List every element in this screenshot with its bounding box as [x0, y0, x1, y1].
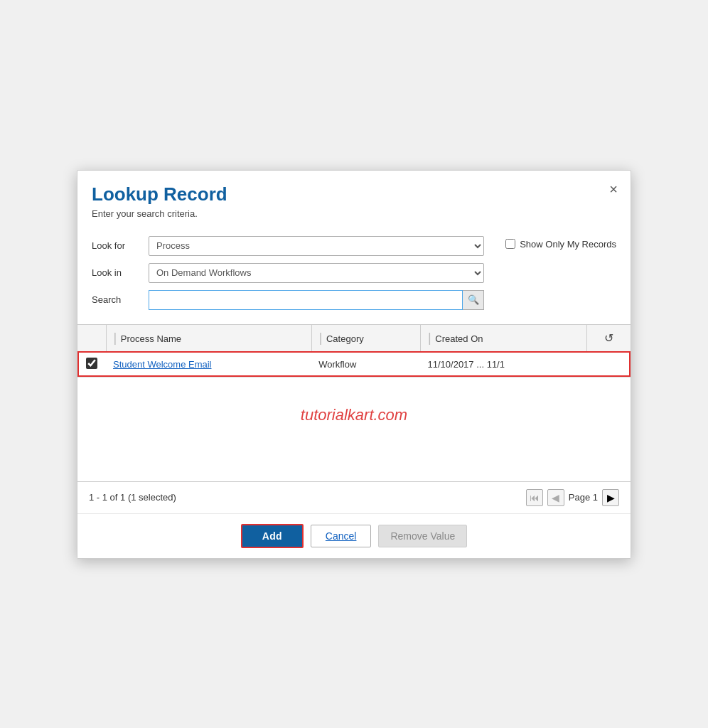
row-check-cell[interactable] [77, 351, 106, 377]
prev-page-button[interactable]: ◀ [547, 489, 564, 506]
dialog-header: Lookup Record Enter your search criteria… [77, 171, 631, 226]
dialog-body: Look for Process Look in On Demand Workf… [77, 226, 631, 324]
page-label: Page 1 [569, 492, 598, 503]
form-left: Look for Process Look in On Demand Workf… [92, 236, 484, 317]
next-page-icon: ▶ [607, 492, 615, 503]
table-body: Student Welcome Email Workflow 11/10/201… [77, 351, 631, 377]
look-for-select[interactable]: Process [149, 236, 484, 256]
show-only-my-records-label[interactable]: Show Only My Records [505, 239, 616, 250]
pagination-controls: ⏮ ◀ Page 1 ▶ [526, 489, 619, 506]
dialog-subtitle: Enter your search criteria. [92, 208, 616, 219]
look-for-row: Look for Process [92, 236, 484, 256]
first-page-icon: ⏮ [530, 492, 540, 503]
search-input[interactable] [149, 290, 463, 310]
watermark: tutorialkart.com [77, 378, 631, 481]
row-created-on-cell: 11/10/2017 ... 11/1 [421, 351, 587, 377]
table-head: | Process Name | Category | Created On ↺ [77, 325, 631, 352]
form-section: Look for Process Look in On Demand Workf… [92, 236, 616, 317]
lookup-record-dialog: Lookup Record Enter your search criteria… [77, 170, 631, 559]
search-button[interactable]: 🔍 [463, 290, 484, 310]
row-checkbox[interactable] [86, 358, 97, 369]
search-label: Search [92, 294, 141, 305]
results-status: 1 - 1 of 1 (1 selected) [89, 492, 176, 503]
col-divider3: | [428, 331, 431, 345]
close-button[interactable]: × [609, 182, 618, 196]
refresh-icon[interactable]: ↺ [604, 332, 613, 344]
col-created-on-header: | Created On [421, 325, 587, 352]
row-extra-cell [587, 351, 631, 377]
search-row: Search 🔍 [92, 290, 484, 310]
add-button[interactable]: Add [241, 524, 304, 548]
dialog-title: Lookup Record [92, 183, 616, 205]
col-category-header: | Category [311, 325, 420, 352]
look-for-wrapper: Process [149, 236, 484, 256]
process-name-link[interactable]: Student Welcome Email [113, 359, 212, 370]
remove-value-button[interactable]: Remove Value [378, 525, 467, 547]
search-wrapper: 🔍 [149, 290, 484, 310]
search-input-group: 🔍 [149, 290, 484, 310]
col-divider2: | [319, 331, 323, 345]
form-right: Show Only My Records [505, 236, 616, 250]
table-row[interactable]: Student Welcome Email Workflow 11/10/201… [77, 351, 631, 377]
table-section: | Process Name | Category | Created On ↺ [77, 324, 631, 513]
table-header-row: | Process Name | Category | Created On ↺ [77, 325, 631, 352]
col-check-header [77, 325, 106, 352]
show-only-my-records-checkbox[interactable] [505, 239, 515, 249]
show-only-my-records-text: Show Only My Records [520, 239, 616, 250]
dialog-footer: Add Cancel Remove Value [77, 513, 631, 558]
first-page-button[interactable]: ⏮ [526, 489, 543, 506]
search-icon: 🔍 [468, 294, 479, 305]
results-table: | Process Name | Category | Created On ↺ [77, 325, 631, 378]
look-in-wrapper: On Demand Workflows [149, 263, 484, 283]
cancel-button[interactable]: Cancel [311, 525, 372, 547]
col-process-name-header: | Process Name [106, 325, 311, 352]
prev-page-icon: ◀ [552, 492, 559, 503]
look-in-row: Look in On Demand Workflows [92, 263, 484, 283]
table-footer: 1 - 1 of 1 (1 selected) ⏮ ◀ Page 1 ▶ [77, 481, 631, 513]
row-process-name-cell: Student Welcome Email [106, 351, 311, 377]
look-for-label: Look for [92, 240, 141, 251]
next-page-button[interactable]: ▶ [602, 489, 619, 506]
col-refresh-header[interactable]: ↺ [587, 325, 631, 352]
look-in-select[interactable]: On Demand Workflows [149, 263, 484, 283]
col-divider: | [114, 331, 117, 345]
look-in-label: Look in [92, 267, 141, 278]
row-category-cell: Workflow [311, 351, 420, 377]
